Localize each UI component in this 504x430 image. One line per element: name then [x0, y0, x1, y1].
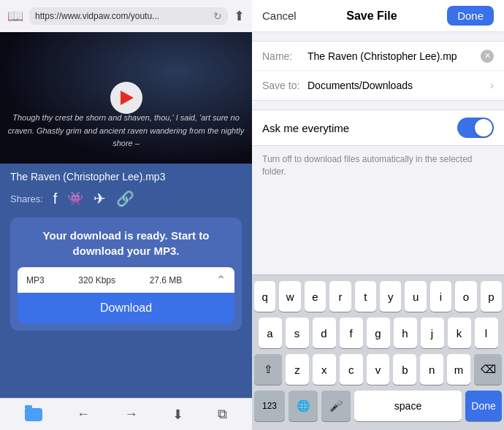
back-icon[interactable]: ←	[77, 407, 90, 422]
key-row-4: 123 🌐 🎤 space Done	[254, 391, 502, 421]
key-x[interactable]: x	[313, 354, 336, 385]
key-n[interactable]: n	[420, 354, 443, 385]
expand-icon[interactable]: ⌃	[216, 273, 226, 287]
share-icon[interactable]: ⬆	[234, 8, 245, 24]
key-o[interactable]: o	[455, 281, 476, 312]
key-q[interactable]: q	[254, 281, 275, 312]
content-area: The Raven (Christopher Lee).mp3 Shares: …	[0, 164, 252, 398]
key-c[interactable]: c	[340, 354, 363, 385]
book-icon: 📖	[7, 8, 23, 24]
shares-row: Shares: f 👾 ✈ 🔗	[10, 190, 242, 207]
tabs-icon[interactable]: ⧉	[218, 407, 227, 422]
video-poem-text: Though thy crest be shorn and shaven, th…	[0, 112, 252, 150]
keyboard-done-key[interactable]: Done	[465, 391, 502, 421]
save-file-title: Save File	[346, 9, 397, 23]
toggle-knob	[475, 119, 492, 137]
globe-key[interactable]: 🌐	[289, 391, 318, 421]
name-label: Name:	[262, 50, 308, 62]
save-to-row[interactable]: Save to: Documents/Downloads ›	[252, 71, 504, 100]
chevron-right-icon: ›	[490, 79, 494, 92]
mic-key[interactable]: 🎤	[321, 391, 351, 421]
key-j[interactable]: j	[421, 318, 444, 348]
filesize-label: 27.6 MB	[150, 275, 183, 285]
url-bar[interactable]: https://www.vidpaw.com/youtu... ↻	[29, 7, 228, 25]
reddit-icon[interactable]: 👾	[67, 191, 83, 207]
key-z[interactable]: z	[286, 354, 309, 385]
key-l[interactable]: l	[475, 318, 498, 348]
backspace-key[interactable]: ⌫	[474, 354, 502, 385]
key-r[interactable]: r	[329, 281, 351, 312]
name-row: Name: The Raven (Christopher Lee).mp ✕	[252, 42, 504, 71]
left-panel: 📖 https://www.vidpaw.com/youtu... ↻ ⬆ Th…	[0, 0, 252, 430]
num-switch-key[interactable]: 123	[254, 391, 285, 421]
key-i[interactable]: i	[430, 281, 451, 312]
key-s[interactable]: s	[286, 318, 309, 348]
bitrate-label: 320 Kbps	[78, 275, 115, 285]
save-to-label: Save to:	[262, 80, 308, 91]
key-u[interactable]: u	[405, 281, 426, 312]
key-h[interactable]: h	[394, 318, 417, 348]
save-path-value: Documents/Downloads	[308, 80, 490, 91]
facebook-icon[interactable]: f	[53, 191, 58, 207]
save-header: Cancel Save File Done	[252, 0, 504, 32]
bottom-nav: ← → ⬇ ⧉	[0, 398, 252, 430]
form-section: Name: The Raven (Christopher Lee).mp ✕ S…	[252, 41, 504, 101]
format-label: MP3	[26, 275, 45, 285]
reload-icon[interactable]: ↻	[213, 10, 222, 22]
file-name: The Raven (Christopher Lee).mp3	[10, 171, 242, 183]
url-text: https://www.vidpaw.com/youtu...	[35, 11, 159, 21]
hint-text: Turn off to download files automatically…	[252, 146, 504, 185]
folder-icon[interactable]	[25, 408, 42, 421]
key-b[interactable]: b	[393, 354, 416, 385]
key-m[interactable]: m	[447, 354, 470, 385]
key-row-3: ⇧ z x c v b n m ⌫	[254, 354, 502, 385]
ask-everytime-row[interactable]: Ask me everytime	[252, 110, 504, 146]
key-t[interactable]: t	[355, 281, 376, 312]
key-d[interactable]: d	[313, 318, 336, 348]
ask-everytime-label: Ask me everytime	[262, 122, 349, 134]
download-banner: Your download is ready. Start to downloa…	[10, 218, 242, 331]
key-v[interactable]: v	[367, 354, 390, 385]
shares-label: Shares:	[10, 193, 43, 204]
link-icon[interactable]: 🔗	[116, 190, 134, 207]
key-f[interactable]: f	[340, 318, 363, 348]
browser-bar: 📖 https://www.vidpaw.com/youtu... ↻ ⬆	[0, 0, 252, 32]
play-button[interactable]	[110, 82, 142, 114]
key-g[interactable]: g	[367, 318, 390, 348]
key-w[interactable]: w	[279, 281, 300, 312]
key-a[interactable]: a	[259, 318, 282, 348]
key-row-1: q w e r t y u i o p	[254, 281, 502, 312]
forward-icon[interactable]: →	[124, 407, 137, 422]
shift-key[interactable]: ⇧	[254, 354, 282, 385]
key-k[interactable]: k	[448, 318, 471, 348]
download-button[interactable]: Download	[18, 293, 234, 323]
right-panel: Cancel Save File Done Name: The Raven (C…	[252, 0, 504, 430]
done-button[interactable]: Done	[447, 6, 494, 26]
keyboard: q w e r t y u i o p a s d f g h j k l ⇧ …	[252, 274, 504, 430]
download-info-row: MP3 320 Kbps 27.6 MB ⌃	[18, 267, 234, 293]
file-name-value[interactable]: The Raven (Christopher Lee).mp	[308, 50, 481, 62]
download-nav-icon[interactable]: ⬇	[172, 407, 183, 423]
download-ready-text: Your download is ready. Start to downloa…	[18, 228, 234, 258]
video-thumbnail[interactable]: Though thy crest be shorn and shaven, th…	[0, 32, 252, 164]
cancel-button[interactable]: Cancel	[262, 9, 297, 22]
telegram-icon[interactable]: ✈	[93, 190, 106, 207]
key-y[interactable]: y	[380, 281, 401, 312]
space-key[interactable]: space	[354, 391, 462, 421]
key-e[interactable]: e	[305, 281, 326, 312]
key-row-2: a s d f g h j k l	[254, 318, 502, 348]
clear-button[interactable]: ✕	[481, 50, 494, 63]
play-triangle-icon	[121, 91, 134, 105]
key-p[interactable]: p	[481, 281, 502, 312]
ask-everytime-toggle[interactable]	[457, 118, 494, 138]
